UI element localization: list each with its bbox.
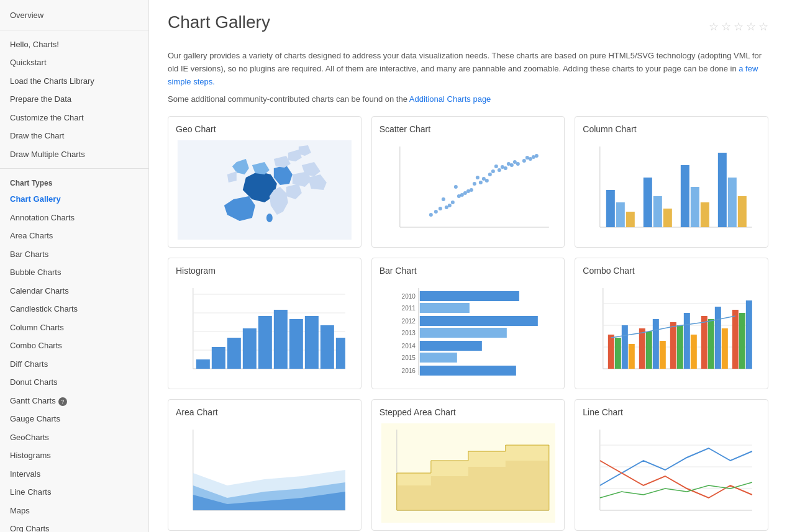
svg-rect-92 bbox=[615, 338, 621, 369]
sidebar-item-customize[interactable]: Customize the Chart bbox=[0, 109, 148, 127]
sidebar-item-chart-gallery[interactable]: Chart Gallery bbox=[0, 190, 148, 209]
chart-card-scatter[interactable]: Scatter Chart bbox=[371, 116, 565, 248]
chart-visual-line bbox=[583, 423, 760, 523]
sidebar-item-combo[interactable]: Combo Charts bbox=[0, 336, 148, 355]
sidebar-item-gantt[interactable]: Gantt Charts? bbox=[0, 392, 148, 410]
svg-rect-104 bbox=[708, 319, 714, 369]
star-1[interactable]: ☆ bbox=[709, 20, 719, 34]
additional-charts-link[interactable]: Additional Charts page bbox=[409, 94, 491, 104]
svg-rect-74 bbox=[419, 328, 506, 338]
sidebar-item-line[interactable]: Line Charts bbox=[0, 483, 148, 502]
svg-point-7 bbox=[441, 197, 445, 201]
svg-rect-47 bbox=[691, 187, 699, 227]
sidebar-item-area[interactable]: Area Charts bbox=[0, 227, 148, 245]
svg-point-24 bbox=[512, 160, 516, 164]
sidebar-item-geo[interactable]: GeoCharts bbox=[0, 428, 148, 447]
svg-rect-43 bbox=[644, 178, 652, 227]
svg-point-25 bbox=[522, 159, 525, 163]
chart-card-title-stepped: Stepped Area Chart bbox=[380, 407, 557, 417]
chart-card-stepped[interactable]: Stepped Area Chart bbox=[371, 399, 565, 531]
sidebar-item-diff[interactable]: Diff Charts bbox=[0, 355, 148, 374]
svg-text:2014: 2014 bbox=[401, 343, 416, 349]
star-3[interactable]: ☆ bbox=[734, 20, 744, 34]
svg-rect-51 bbox=[738, 196, 747, 227]
sidebar-item-annotation[interactable]: Annotation Charts bbox=[0, 209, 148, 227]
svg-text:2012: 2012 bbox=[401, 318, 416, 325]
svg-rect-59 bbox=[196, 359, 210, 369]
svg-rect-41 bbox=[616, 202, 625, 227]
chart-card-column[interactable]: Column Chart bbox=[575, 116, 768, 248]
chart-card-combo[interactable]: Combo Chart bbox=[575, 258, 768, 389]
sidebar-item-intervals[interactable]: Intervals bbox=[0, 465, 148, 484]
svg-rect-72 bbox=[419, 303, 469, 313]
svg-point-18 bbox=[491, 169, 494, 173]
star-2[interactable]: ☆ bbox=[721, 20, 731, 34]
svg-point-35 bbox=[506, 162, 510, 166]
svg-point-17 bbox=[488, 173, 491, 176]
sidebar-item-draw-multiple[interactable]: Draw Multiple Charts bbox=[0, 145, 148, 164]
chart-visual-stepped bbox=[380, 423, 557, 523]
additional-text: Some additional community-contributed ch… bbox=[168, 94, 768, 104]
svg-point-10 bbox=[463, 191, 466, 195]
sidebar-item-bar[interactable]: Bar Charts bbox=[0, 245, 148, 264]
sidebar-item-prepare-data[interactable]: Prepare the Data bbox=[0, 90, 148, 109]
star-4[interactable]: ☆ bbox=[746, 20, 756, 34]
sidebar-item-overview[interactable]: Overview bbox=[0, 6, 148, 25]
sidebar-section2: Chart GalleryAnnotation ChartsArea Chart… bbox=[0, 190, 148, 532]
chart-visual-scatter bbox=[380, 140, 557, 240]
sidebar-item-load-library[interactable]: Load the Charts Library bbox=[0, 72, 148, 91]
sidebar-item-org[interactable]: Org Charts bbox=[0, 520, 148, 532]
chart-card-geo[interactable]: Geo Chart bbox=[168, 116, 362, 248]
sidebar-item-donut[interactable]: Donut Charts bbox=[0, 373, 148, 392]
sidebar-item-draw-chart[interactable]: Draw the Chart bbox=[0, 127, 148, 145]
svg-point-4 bbox=[429, 213, 432, 217]
svg-rect-101 bbox=[684, 313, 690, 369]
svg-point-31 bbox=[460, 193, 463, 197]
sidebar-item-hello-charts[interactable]: Hello, Charts! bbox=[0, 35, 148, 54]
svg-rect-60 bbox=[212, 347, 225, 369]
sidebar-divider-1 bbox=[0, 30, 148, 30]
sidebar-item-bubble[interactable]: Bubble Charts bbox=[0, 263, 148, 282]
svg-point-8 bbox=[450, 201, 454, 204]
sidebar-section2-title: Chart Types bbox=[0, 174, 148, 190]
sidebar-item-maps[interactable]: Maps bbox=[0, 502, 148, 520]
sidebar: Overview Hello, Charts!QuickstartLoad th… bbox=[0, 0, 149, 532]
svg-text:2013: 2013 bbox=[401, 330, 416, 336]
svg-rect-62 bbox=[243, 328, 257, 369]
svg-rect-50 bbox=[728, 178, 737, 227]
svg-rect-93 bbox=[622, 325, 628, 369]
sidebar-item-histograms[interactable]: Histograms bbox=[0, 446, 148, 465]
chart-grid: Geo Chart bbox=[168, 116, 768, 531]
chart-card-area[interactable]: Area Chart bbox=[168, 399, 362, 531]
sidebar-divider-2 bbox=[0, 168, 148, 169]
svg-rect-67 bbox=[321, 325, 334, 369]
chart-card-title-scatter: Scatter Chart bbox=[380, 124, 557, 134]
main-content: Chart Gallery ☆ ☆ ☆ ☆ ☆ Our gallery prov… bbox=[149, 0, 787, 532]
chart-card-bar[interactable]: Bar Chart 2010 2011 2012 bbox=[371, 258, 565, 389]
star-rating[interactable]: ☆ ☆ ☆ ☆ ☆ bbox=[709, 20, 768, 34]
sidebar-item-candlestick[interactable]: Candlestick Charts bbox=[0, 300, 148, 318]
star-5[interactable]: ☆ bbox=[758, 20, 768, 34]
svg-rect-71 bbox=[419, 291, 519, 301]
sidebar-item-calendar[interactable]: Calendar Charts bbox=[0, 282, 148, 300]
chart-visual-combo bbox=[583, 282, 760, 381]
svg-rect-105 bbox=[715, 307, 721, 369]
svg-rect-98 bbox=[660, 341, 666, 369]
svg-rect-95 bbox=[639, 328, 645, 369]
svg-rect-109 bbox=[746, 300, 752, 369]
svg-rect-106 bbox=[722, 328, 728, 369]
chart-card-title-geo: Geo Chart bbox=[176, 124, 353, 134]
svg-rect-61 bbox=[227, 338, 241, 369]
chart-card-title-line: Line Chart bbox=[583, 407, 760, 417]
svg-text:2016: 2016 bbox=[401, 367, 416, 374]
chart-card-histogram[interactable]: Histogram bbox=[168, 258, 362, 389]
svg-point-34 bbox=[500, 165, 504, 169]
sidebar-item-gauge[interactable]: Gauge Charts bbox=[0, 410, 148, 428]
svg-rect-77 bbox=[419, 366, 516, 376]
chart-card-line[interactable]: Line Chart bbox=[575, 399, 768, 531]
svg-rect-99 bbox=[670, 322, 676, 369]
geo-corsica bbox=[266, 214, 273, 222]
sidebar-item-quickstart[interactable]: Quickstart bbox=[0, 53, 148, 72]
svg-rect-107 bbox=[732, 310, 739, 369]
sidebar-item-column[interactable]: Column Charts bbox=[0, 318, 148, 337]
